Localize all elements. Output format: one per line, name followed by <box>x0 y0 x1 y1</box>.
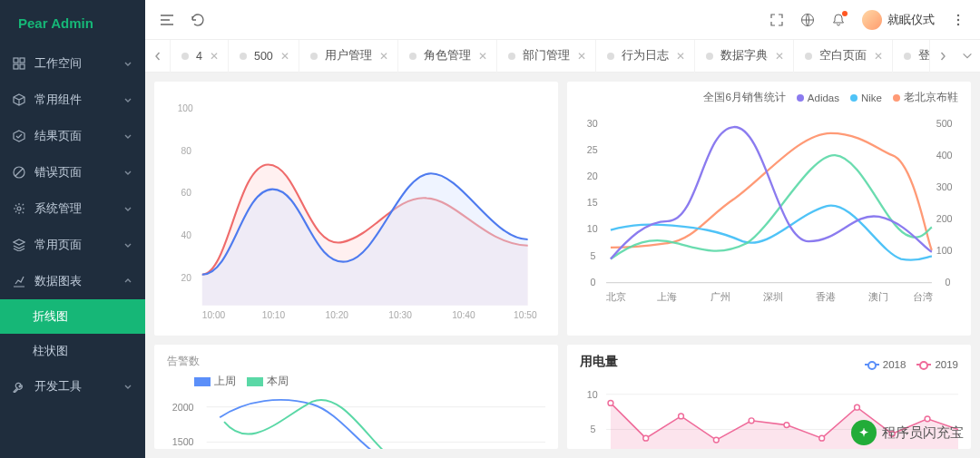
tab-dot-icon <box>240 53 247 60</box>
sidebar-item-0[interactable]: 工作空间 <box>0 45 145 82</box>
svg-point-9 <box>957 23 959 24</box>
legend-2019: 2019 <box>935 359 958 370</box>
watermark-text: 程序员闪充宝 <box>882 424 964 442</box>
tab-dot-icon <box>607 53 614 60</box>
svg-text:澳门: 澳门 <box>868 291 888 302</box>
svg-text:5: 5 <box>591 424 596 434</box>
svg-text:200: 200 <box>936 213 953 224</box>
chevron-down-icon <box>123 204 132 213</box>
svg-rect-0 <box>14 58 18 63</box>
tab-dot-icon <box>805 53 812 60</box>
close-icon[interactable]: ✕ <box>775 50 784 63</box>
svg-point-57 <box>855 404 860 410</box>
gear-icon <box>13 202 25 215</box>
wechat-icon: ✦ <box>851 420 877 445</box>
sidebar-item-2[interactable]: 结果页面 <box>0 118 145 154</box>
close-icon[interactable]: ✕ <box>379 50 388 63</box>
tabs-next-button[interactable] <box>929 40 955 73</box>
svg-text:30: 30 <box>587 118 598 129</box>
chevron-down-icon <box>123 95 132 104</box>
svg-text:10: 10 <box>587 389 598 400</box>
sidebar-item-3[interactable]: 错误页面 <box>0 154 145 190</box>
chevron-down-icon <box>123 382 132 391</box>
sidebar: Pear Admin 工作空间常用组件结果页面错误页面系统管理常用页面数据图表折… <box>0 0 145 458</box>
tab-label: 数据字典 <box>720 48 768 63</box>
close-icon[interactable]: ✕ <box>280 50 289 63</box>
sidebar-item-7[interactable]: 开发工具 <box>0 368 145 404</box>
sidebar-item-5[interactable]: 常用页面 <box>0 227 145 263</box>
legend-adidas: Adidas <box>808 93 839 103</box>
chart-alerts: 告警数 上周 本周 2000 1500 <box>154 345 558 449</box>
fullscreen-icon[interactable] <box>769 13 784 27</box>
svg-point-55 <box>784 423 789 428</box>
tab-3[interactable]: 角色管理✕ <box>398 40 497 73</box>
sidebar-item-1[interactable]: 常用组件 <box>0 82 145 118</box>
close-icon[interactable]: ✕ <box>874 50 883 63</box>
tab-2[interactable]: 用户管理✕ <box>299 40 398 73</box>
tab-7[interactable]: 空白页面✕ <box>794 40 893 73</box>
sidebar-item-6[interactable]: 数据图表 <box>0 263 145 299</box>
close-icon[interactable]: ✕ <box>676 50 685 63</box>
svg-text:10:20: 10:20 <box>326 310 349 320</box>
sidebar-label: 常用组件 <box>34 92 123 108</box>
header: 就眠仪式 <box>145 0 980 40</box>
svg-rect-2 <box>14 64 18 69</box>
tabs-prev-button[interactable] <box>145 40 171 73</box>
svg-point-50 <box>608 400 613 405</box>
close-icon[interactable]: ✕ <box>577 50 586 63</box>
menu-toggle-icon[interactable] <box>160 13 174 27</box>
close-icon[interactable]: ✕ <box>478 50 487 63</box>
tab-5[interactable]: 行为日志✕ <box>596 40 695 73</box>
tab-4[interactable]: 部门管理✕ <box>497 40 596 73</box>
svg-text:15: 15 <box>587 197 598 208</box>
tab-label: 用户管理 <box>325 48 372 63</box>
chevron-down-icon <box>123 240 132 249</box>
sidebar-label: 开发工具 <box>34 378 123 395</box>
svg-point-8 <box>957 18 959 20</box>
grid-icon <box>13 57 25 70</box>
svg-text:500: 500 <box>936 118 953 129</box>
tabs-more-button[interactable] <box>955 40 980 73</box>
sidebar-label: 错误页面 <box>34 164 123 180</box>
tab-dot-icon <box>508 53 515 60</box>
username[interactable]: 就眠仪式 <box>887 12 935 28</box>
sidebar-subitem-1[interactable]: 柱状图 <box>0 334 145 368</box>
svg-text:深圳: 深圳 <box>763 291 783 302</box>
svg-text:20: 20 <box>181 273 192 283</box>
tab-label: 行为日志 <box>622 48 669 63</box>
tool-icon <box>13 380 25 393</box>
tab-dot-icon <box>706 53 713 60</box>
svg-point-54 <box>749 418 754 424</box>
sidebar-subitem-0[interactable]: 折线图 <box>0 299 145 334</box>
chart-svg: 30 25 20 15 10 5 0 500 400 300 200 100 0… <box>580 108 958 324</box>
watermark: ✦ 程序员闪充宝 <box>851 420 964 445</box>
svg-point-53 <box>713 437 719 443</box>
close-icon[interactable]: ✕ <box>210 50 219 63</box>
svg-text:上海: 上海 <box>657 291 677 302</box>
svg-text:10:50: 10:50 <box>514 310 537 320</box>
avatar[interactable] <box>862 10 882 30</box>
svg-text:1500: 1500 <box>172 436 194 447</box>
refresh-icon[interactable] <box>191 13 205 27</box>
sidebar-item-4[interactable]: 系统管理 <box>0 190 145 227</box>
tab-1[interactable]: 500✕ <box>229 40 299 73</box>
tab-label: 角色管理 <box>424 48 471 63</box>
chart-line-2: 全国6月销售统计 Adidas Nike 老北京布鞋 30 25 20 15 1… <box>567 82 971 336</box>
svg-rect-3 <box>20 64 24 69</box>
tab-6[interactable]: 数据字典✕ <box>695 40 794 73</box>
legend-lastweek: 上周 <box>214 375 236 388</box>
tab-8[interactable]: 登录页面✕ <box>893 40 929 73</box>
svg-text:10: 10 <box>587 223 598 234</box>
kebab-icon[interactable] <box>951 13 965 27</box>
svg-text:10:30: 10:30 <box>388 310 412 320</box>
svg-text:台湾: 台湾 <box>913 291 933 302</box>
tab-0[interactable]: 4✕ <box>171 40 229 73</box>
svg-text:5: 5 <box>591 250 596 261</box>
bell-icon[interactable] <box>831 13 846 27</box>
svg-text:北京: 北京 <box>606 291 626 302</box>
globe-icon[interactable] <box>800 13 815 27</box>
chart-svg: 100 80 60 40 20 10:00 10:10 10:20 10:30 … <box>167 91 545 326</box>
svg-point-5 <box>17 207 21 210</box>
chart-line-1: 100 80 60 40 20 10:00 10:10 10:20 10:30 … <box>154 82 558 336</box>
svg-point-7 <box>957 14 959 15</box>
